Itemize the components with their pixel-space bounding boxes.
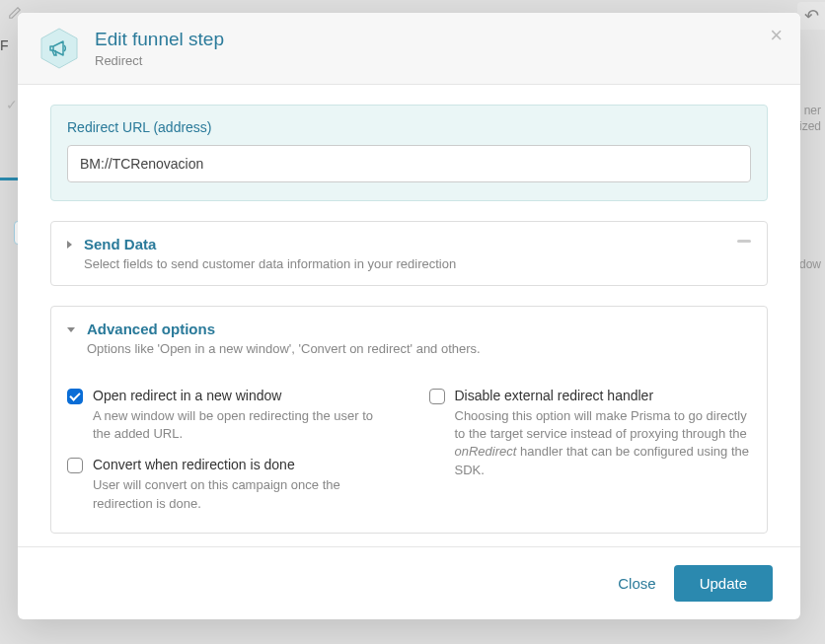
advanced-options-content: Open redirect in a new window A new wind… <box>51 370 767 533</box>
redirect-url-panel: Redirect URL (address) <box>50 105 768 201</box>
option-label: Open redirect in a new window <box>93 388 390 403</box>
update-button[interactable]: Update <box>674 565 773 602</box>
caret-down-icon <box>67 327 75 332</box>
minus-icon <box>737 240 751 243</box>
option-open-new-window: Open redirect in a new window A new wind… <box>67 388 390 443</box>
advanced-options-title: Advanced options <box>87 321 481 337</box>
close-icon[interactable]: × <box>770 25 783 46</box>
check-icon: ✓ <box>6 97 18 112</box>
open-new-window-checkbox[interactable] <box>67 389 83 404</box>
modal-dialog: Edit funnel step Redirect × Redirect URL… <box>18 13 800 619</box>
redirect-url-input[interactable] <box>67 145 751 182</box>
redirect-url-label: Redirect URL (address) <box>67 119 751 135</box>
undo-icon: ↶ <box>797 2 825 30</box>
convert-on-done-checkbox[interactable] <box>67 458 83 473</box>
bg-text: F <box>0 37 9 53</box>
option-help: A new window will be open redirecting th… <box>93 407 390 443</box>
send-data-title: Send Data <box>84 236 456 252</box>
modal-footer: Close Update <box>18 546 800 619</box>
send-data-header[interactable]: Send Data Select fields to send customer… <box>51 222 767 285</box>
advanced-options-desc: Options like 'Open in a new window', 'Co… <box>87 341 481 356</box>
advanced-options-panel: Advanced options Options like 'Open in a… <box>50 306 768 534</box>
option-label: Convert when redirection is done <box>93 457 390 472</box>
modal-title: Edit funnel step <box>95 29 224 51</box>
modal-header: Edit funnel step Redirect × <box>18 13 800 85</box>
option-disable-handler: Disable external redirect handler Choosi… <box>429 388 752 479</box>
svg-marker-0 <box>41 29 77 68</box>
option-help: Choosing this option will make Prisma to… <box>455 407 752 479</box>
disable-handler-checkbox[interactable] <box>429 389 445 404</box>
megaphone-icon <box>38 27 81 70</box>
option-help: User will convert on this campaign once … <box>93 476 390 512</box>
caret-right-icon <box>67 241 72 249</box>
modal-subtitle: Redirect <box>95 53 224 68</box>
bg-text-right: ner lized dow <box>796 104 821 273</box>
close-button[interactable]: Close <box>618 575 655 592</box>
option-convert-on-done: Convert when redirection is done User wi… <box>67 457 390 512</box>
advanced-options-header[interactable]: Advanced options Options like 'Open in a… <box>51 307 767 370</box>
send-data-panel: Send Data Select fields to send customer… <box>50 221 768 286</box>
send-data-desc: Select fields to send customer data info… <box>84 256 456 271</box>
option-label: Disable external redirect handler <box>455 388 752 403</box>
modal-body: Redirect URL (address) Send Data Select … <box>18 85 800 546</box>
